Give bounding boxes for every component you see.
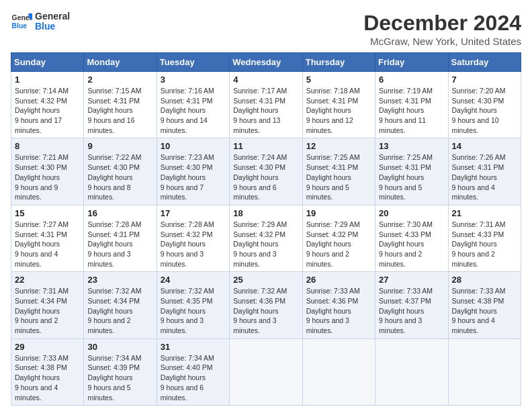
sunrise-label: Sunrise: 7:32 AM (87, 287, 141, 295)
daylight-value: 9 hours and 2 minutes. (452, 250, 495, 268)
daylight-label: Daylight hours (452, 173, 497, 181)
daylight-value: 9 hours and 4 minutes. (452, 316, 495, 334)
sunset-label: Sunset: 4:31 PM (233, 97, 285, 105)
daylight-label: Daylight hours (379, 173, 424, 181)
calendar-cell (375, 338, 448, 405)
sunrise-label: Sunrise: 7:19 AM (379, 87, 433, 95)
calendar-cell: 1 Sunrise: 7:14 AM Sunset: 4:32 PM Dayli… (11, 72, 84, 138)
daylight-value: 9 hours and 3 minutes. (233, 250, 276, 268)
day-info: Sunrise: 7:31 AM Sunset: 4:34 PM Dayligh… (15, 286, 80, 335)
day-info: Sunrise: 7:26 AM Sunset: 4:31 PM Dayligh… (452, 152, 517, 201)
sunset-label: Sunset: 4:38 PM (15, 363, 67, 371)
day-number: 29 (15, 342, 80, 352)
sunrise-label: Sunrise: 7:32 AM (233, 287, 287, 295)
daylight-label: Daylight hours (161, 373, 206, 381)
day-number: 18 (233, 208, 298, 218)
day-number: 2 (87, 75, 152, 85)
daylight-label: Daylight hours (452, 240, 497, 248)
day-number: 30 (87, 342, 152, 352)
calendar-cell: 15 Sunrise: 7:27 AM Sunset: 4:31 PM Dayl… (11, 205, 84, 271)
day-number: 31 (161, 342, 226, 352)
sunset-label: Sunset: 4:32 PM (233, 230, 285, 238)
day-number: 27 (379, 275, 444, 285)
sunset-label: Sunset: 4:30 PM (15, 163, 67, 171)
calendar-cell: 18 Sunrise: 7:29 AM Sunset: 4:32 PM Dayl… (230, 205, 302, 271)
calendar-cell: 5 Sunrise: 7:18 AM Sunset: 4:31 PM Dayli… (302, 72, 375, 138)
calendar-cell: 27 Sunrise: 7:33 AM Sunset: 4:37 PM Dayl… (375, 272, 448, 338)
calendar-cell: 9 Sunrise: 7:22 AM Sunset: 4:30 PM Dayli… (84, 138, 157, 205)
daylight-label: Daylight hours (161, 307, 206, 315)
daylight-label: Daylight hours (87, 106, 132, 114)
day-number: 7 (452, 75, 517, 85)
sunrise-label: Sunrise: 7:22 AM (87, 153, 141, 161)
daylight-label: Daylight hours (306, 240, 351, 248)
daylight-label: Daylight hours (15, 373, 60, 381)
sunrise-label: Sunrise: 7:28 AM (87, 220, 141, 228)
calendar-cell: 4 Sunrise: 7:17 AM Sunset: 4:31 PM Dayli… (230, 72, 302, 138)
daylight-value: 9 hours and 5 minutes. (379, 183, 422, 201)
day-info: Sunrise: 7:28 AM Sunset: 4:31 PM Dayligh… (87, 220, 152, 269)
weekday-header-sunday: Sunday (11, 53, 84, 72)
sunset-label: Sunset: 4:31 PM (15, 230, 67, 238)
calendar: SundayMondayTuesdayWednesdayThursdayFrid… (11, 52, 521, 406)
day-number: 26 (306, 275, 371, 285)
sunset-label: Sunset: 4:31 PM (379, 97, 431, 105)
calendar-cell: 13 Sunrise: 7:25 AM Sunset: 4:31 PM Dayl… (375, 138, 448, 205)
day-number: 9 (87, 141, 152, 151)
day-info: Sunrise: 7:33 AM Sunset: 4:36 PM Dayligh… (306, 286, 371, 335)
sunset-label: Sunset: 4:38 PM (452, 297, 504, 305)
day-number: 11 (233, 141, 298, 151)
sunrise-label: Sunrise: 7:29 AM (233, 220, 287, 228)
sunset-label: Sunset: 4:33 PM (452, 230, 504, 238)
logo-blue: Blue (35, 21, 70, 32)
day-info: Sunrise: 7:19 AM Sunset: 4:31 PM Dayligh… (379, 86, 444, 135)
daylight-value: 9 hours and 16 minutes. (87, 116, 134, 134)
sunrise-label: Sunrise: 7:14 AM (15, 87, 69, 95)
calendar-cell: 22 Sunrise: 7:31 AM Sunset: 4:34 PM Dayl… (11, 272, 84, 338)
daylight-value: 9 hours and 2 minutes. (87, 316, 130, 334)
daylight-label: Daylight hours (161, 106, 206, 114)
daylight-value: 9 hours and 5 minutes. (87, 383, 130, 402)
calendar-cell: 12 Sunrise: 7:25 AM Sunset: 4:31 PM Dayl… (302, 138, 375, 205)
day-number: 28 (452, 275, 517, 285)
sunset-label: Sunset: 4:31 PM (87, 230, 140, 238)
sunrise-label: Sunrise: 7:20 AM (452, 87, 506, 95)
calendar-cell: 16 Sunrise: 7:28 AM Sunset: 4:31 PM Dayl… (84, 205, 157, 271)
header: General Blue General Blue December 2024 … (11, 11, 521, 47)
day-number: 15 (15, 208, 80, 218)
sunrise-label: Sunrise: 7:33 AM (452, 287, 506, 295)
day-info: Sunrise: 7:33 AM Sunset: 4:38 PM Dayligh… (15, 353, 80, 402)
daylight-label: Daylight hours (306, 173, 351, 181)
day-info: Sunrise: 7:29 AM Sunset: 4:32 PM Dayligh… (306, 220, 371, 269)
calendar-cell (230, 338, 302, 405)
day-info: Sunrise: 7:32 AM Sunset: 4:35 PM Dayligh… (161, 286, 226, 335)
day-number: 22 (15, 275, 80, 285)
sunrise-label: Sunrise: 7:31 AM (15, 287, 69, 295)
sunset-label: Sunset: 4:37 PM (379, 297, 431, 305)
day-number: 14 (452, 141, 517, 151)
calendar-cell (302, 338, 375, 405)
calendar-cell: 30 Sunrise: 7:34 AM Sunset: 4:39 PM Dayl… (84, 338, 157, 405)
day-number: 13 (379, 141, 444, 151)
sunrise-label: Sunrise: 7:32 AM (161, 287, 214, 295)
daylight-value: 9 hours and 4 minutes. (15, 250, 58, 268)
sunset-label: Sunset: 4:34 PM (15, 297, 67, 305)
weekday-header-tuesday: Tuesday (157, 53, 229, 72)
day-number: 19 (306, 208, 371, 218)
svg-text:Blue: Blue (12, 22, 28, 30)
daylight-value: 9 hours and 3 minutes. (87, 250, 130, 268)
day-info: Sunrise: 7:17 AM Sunset: 4:31 PM Dayligh… (233, 86, 298, 135)
sunset-label: Sunset: 4:31 PM (452, 163, 504, 171)
daylight-value: 9 hours and 6 minutes. (161, 383, 204, 402)
daylight-label: Daylight hours (379, 240, 424, 248)
day-info: Sunrise: 7:25 AM Sunset: 4:31 PM Dayligh… (379, 152, 444, 201)
daylight-label: Daylight hours (161, 240, 206, 248)
location-title: McGraw, New York, United States (363, 36, 521, 47)
daylight-value: 9 hours and 3 minutes. (379, 316, 422, 334)
day-info: Sunrise: 7:22 AM Sunset: 4:30 PM Dayligh… (87, 152, 152, 201)
sunrise-label: Sunrise: 7:23 AM (161, 153, 214, 161)
calendar-cell: 24 Sunrise: 7:32 AM Sunset: 4:35 PM Dayl… (157, 272, 229, 338)
sunrise-label: Sunrise: 7:33 AM (379, 287, 433, 295)
day-info: Sunrise: 7:21 AM Sunset: 4:30 PM Dayligh… (15, 152, 80, 201)
daylight-label: Daylight hours (87, 240, 132, 248)
